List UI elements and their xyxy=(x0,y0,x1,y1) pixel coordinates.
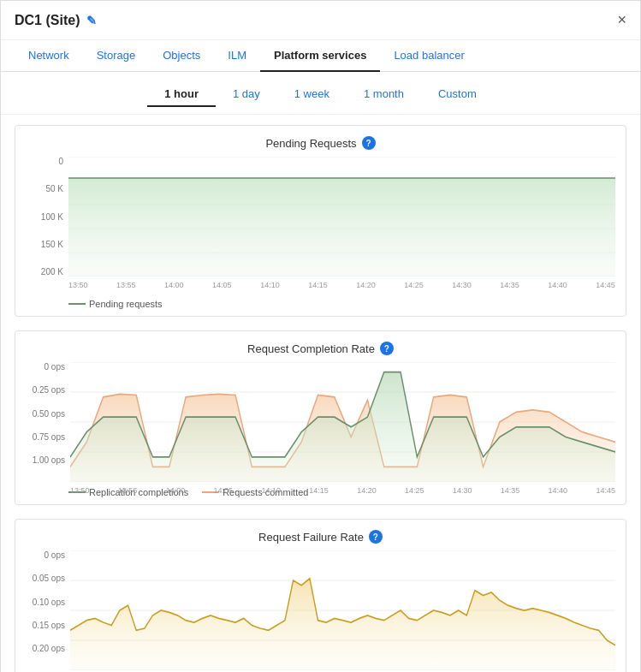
tab-load-balancer[interactable]: Load balancer xyxy=(380,40,478,72)
pending-requests-x-axis: 13:50 13:55 14:00 14:05 14:10 14:15 14:2… xyxy=(68,281,615,289)
pending-requests-svg xyxy=(68,157,615,277)
pending-requests-legend: Pending requests xyxy=(26,299,615,309)
svg-marker-6 xyxy=(68,178,615,277)
completion-rate-panel: Request Completion Rate ? 1.00 ops 0.75 … xyxy=(15,330,626,505)
time-tabs: 1 hour 1 day 1 week 1 month Custom xyxy=(1,72,640,115)
failure-rate-panel: Request Failure Rate ? 0.20 ops 0.15 ops… xyxy=(15,519,626,672)
failure-rate-y-axis: 0.20 ops 0.15 ops 0.10 ops 0.05 ops 0 op… xyxy=(26,550,70,670)
tab-platform-services[interactable]: Platform services xyxy=(260,40,380,72)
completion-rate-svg-area: 13:50 13:55 14:00 14:05 14:10 14:15 14:2… xyxy=(70,362,615,482)
time-tab-custom[interactable]: Custom xyxy=(421,82,494,107)
main-window: DC1 (Site) ✎ × Network Storage Objects I… xyxy=(0,0,641,672)
title-text: DC1 (Site) xyxy=(15,13,80,28)
pending-requests-svg-area: 13:50 13:55 14:00 14:05 14:10 14:15 14:2… xyxy=(68,157,615,294)
pending-requests-help-icon[interactable]: ? xyxy=(362,136,376,150)
completion-rate-x-axis: 13:50 13:55 14:00 14:05 14:10 14:15 14:2… xyxy=(70,486,615,495)
time-tab-1day[interactable]: 1 day xyxy=(216,82,277,107)
tab-storage[interactable]: Storage xyxy=(83,40,150,72)
completion-rate-help-icon[interactable]: ? xyxy=(380,342,394,355)
completion-rate-chart: 1.00 ops 0.75 ops 0.50 ops 0.25 ops 0 op… xyxy=(26,362,615,482)
failure-rate-title: Request Failure Rate ? xyxy=(26,530,615,544)
completion-rate-svg xyxy=(70,362,615,482)
legend-pending-line xyxy=(68,303,86,305)
tab-ilm[interactable]: ILM xyxy=(214,40,260,72)
nav-tabs: Network Storage Objects ILM Platform ser… xyxy=(1,40,640,72)
completion-rate-title: Request Completion Rate ? xyxy=(26,342,615,355)
window-header: DC1 (Site) ✎ × xyxy=(1,1,640,40)
tab-objects[interactable]: Objects xyxy=(149,40,214,72)
failure-rate-svg xyxy=(70,550,615,670)
pending-requests-panel: Pending Requests ? 200 K 150 K 100 K 50 … xyxy=(15,125,626,317)
completion-rate-y-axis: 1.00 ops 0.75 ops 0.50 ops 0.25 ops 0 op… xyxy=(26,362,70,482)
pending-requests-title: Pending Requests ? xyxy=(26,136,615,150)
charts-area: Pending Requests ? 200 K 150 K 100 K 50 … xyxy=(1,115,640,672)
tab-network[interactable]: Network xyxy=(15,40,83,72)
legend-pending-requests: Pending requests xyxy=(68,299,163,309)
failure-rate-chart: 0.20 ops 0.15 ops 0.10 ops 0.05 ops 0 op… xyxy=(26,550,615,670)
edit-icon[interactable]: ✎ xyxy=(86,14,97,27)
pending-requests-chart: 200 K 150 K 100 K 50 K 0 xyxy=(26,157,615,294)
time-tab-1month[interactable]: 1 month xyxy=(347,82,421,107)
time-tab-1week[interactable]: 1 week xyxy=(277,82,347,107)
time-tab-1hour[interactable]: 1 hour xyxy=(147,82,216,107)
svg-marker-19 xyxy=(70,579,615,670)
failure-rate-svg-area: 13:50 13:55 14:00 14:05 14:10 14:15 14:2… xyxy=(70,550,615,670)
failure-rate-help-icon[interactable]: ? xyxy=(369,530,383,544)
window-title: DC1 (Site) ✎ xyxy=(15,13,97,39)
pending-requests-y-axis: 200 K 150 K 100 K 50 K 0 xyxy=(26,157,68,294)
close-button[interactable]: × xyxy=(617,11,626,39)
